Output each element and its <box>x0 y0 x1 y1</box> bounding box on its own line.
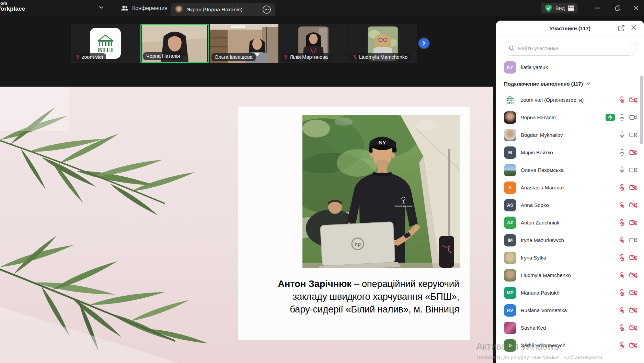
mic-on-icon <box>619 166 625 174</box>
tile-name-label: zoom vtei <box>73 53 106 61</box>
tab-conference-label: Конференция <box>132 5 168 11</box>
participant-row[interactable]: S Serhii Borbunevych <box>496 337 644 354</box>
participant-status-icons <box>606 114 644 121</box>
participant-row[interactable]: Liudmyla Mamchenko <box>496 266 644 284</box>
mic-off-icon <box>619 307 625 314</box>
avatar-photo <box>504 129 516 141</box>
search-box <box>504 41 636 56</box>
laptop-logo: hp <box>354 241 361 247</box>
cap-logo: NY <box>379 140 386 145</box>
mic-off-icon <box>619 184 625 191</box>
participant-row[interactable]: Iryna Sylka <box>496 249 644 266</box>
zoom-app-window: zoom Workplace Конференция Экран (Чорна … <box>0 0 644 363</box>
video-tile[interactable]: Liudmyla Mamchenko <box>348 24 417 63</box>
video-tile[interactable]: ВТЕІ zoom vtei <box>71 24 140 63</box>
participant-name: Anna Sobko <box>521 202 549 208</box>
logo-text-workplace: Workplace <box>0 6 25 12</box>
participant-row[interactable]: AZ Anton Zarichniuk <box>496 214 644 231</box>
camera-off-icon <box>629 307 637 314</box>
camera-off-icon <box>629 149 637 156</box>
joined-section-header[interactable]: Подключение выполнено (117) <box>496 76 644 91</box>
joined-section-label: Подключение выполнено (117) <box>504 81 583 87</box>
close-panel-icon[interactable] <box>631 25 636 30</box>
tile-name-label: Liudmyla Mamchenko <box>350 53 411 61</box>
participant-row[interactable]: A Anastasia Marunak <box>496 179 644 196</box>
participant-status-icons <box>619 289 644 296</box>
zoom-workplace-logo: zoom Workplace <box>0 1 25 12</box>
mic-on-icon <box>619 149 625 156</box>
participant-row[interactable]: RV Ruslana Voronetska <box>496 301 644 319</box>
mic-off-icon <box>619 201 625 209</box>
avatar-initials: AZ <box>504 217 516 229</box>
meeting-stage: ВТЕІ zoom vtei Чорна Наталія Ольга Івані… <box>0 16 496 363</box>
participant-name: Iryna Mazurkevych <box>521 237 564 243</box>
panel-scrollbar[interactable] <box>640 76 643 144</box>
participant-status-icons <box>619 149 644 156</box>
video-tile[interactable]: Лілія Мартинова <box>279 24 348 63</box>
slide-caption: Антон Зарічнюк – операційний керуючий за… <box>242 277 459 316</box>
next-participants-button[interactable] <box>419 38 429 48</box>
caption-line-2: закладу швидкого харчування «БПШ», <box>242 290 459 303</box>
participant-name: Anton Zarichniuk <box>521 220 560 226</box>
video-tile[interactable]: Чорна Наталія <box>140 24 209 63</box>
participant-name: Sasha Ked <box>521 325 546 331</box>
avatar-initials: MP <box>504 287 516 299</box>
participant-status-icons <box>619 201 644 209</box>
svg-text:ВТЕІ: ВТЕІ <box>506 101 514 105</box>
participant-row[interactable]: KY katia yatsuk <box>496 58 644 76</box>
chevron-down-icon[interactable] <box>99 6 104 9</box>
avatar <box>175 6 183 14</box>
avatar-initials: RV <box>504 304 516 317</box>
participants-panel: Участники (117) KY katia yatsuk Подключе… <box>496 21 644 363</box>
participant-name: Mariana Pastukh <box>521 290 560 296</box>
avatar-initials: AS <box>504 199 516 211</box>
tab-options-icon[interactable] <box>262 5 271 14</box>
participant-row[interactable]: IM Iryna Mazurkevych <box>496 231 644 249</box>
participant-name: Чорна Наталія <box>521 114 556 120</box>
chevron-right-icon <box>422 41 426 46</box>
avatar-vtei-logo: ВТЕІ <box>504 94 516 106</box>
avatar-initials: A <box>504 182 516 194</box>
avatar-initials: M <box>504 146 516 159</box>
participant-row[interactable]: M Марія Войтко <box>496 144 644 161</box>
mic-off-icon <box>619 272 625 279</box>
participant-name: Олена Пахомська <box>521 167 564 173</box>
participant-row[interactable]: Чорна Наталія <box>496 109 644 126</box>
mic-off-icon <box>284 55 288 59</box>
tab-screen-share[interactable]: Экран (Чорна Наталія) <box>171 3 275 16</box>
participant-status-icons <box>619 219 644 226</box>
participant-row[interactable]: MP Mariana Pastukh <box>496 284 644 301</box>
tile-name-label: Ольга Іваніщева <box>211 53 256 61</box>
mic-off-icon <box>619 289 625 296</box>
restore-window-button[interactable] <box>609 0 626 16</box>
search-icon <box>509 45 515 51</box>
participant-name: Liudmyla Mamchenko <box>521 272 571 278</box>
close-window-button[interactable] <box>628 0 644 16</box>
camera-off-icon <box>629 219 637 226</box>
camera-on-icon <box>629 132 637 138</box>
participant-row[interactable]: AS Anna Sobko <box>496 196 644 214</box>
participant-row[interactable]: Олена Пахомська <box>496 161 644 179</box>
participant-status-icons <box>619 184 644 191</box>
participant-status-icons <box>619 307 644 314</box>
participant-name: Serhii Borbunevych <box>521 342 565 348</box>
avatar-photo <box>504 111 516 124</box>
logo-text-zoom: zoom <box>0 1 25 6</box>
avatar-photo <box>504 269 516 282</box>
participants-list: KY katia yatsuk Подключение выполнено (1… <box>496 58 644 354</box>
view-button[interactable]: Вид <box>541 3 578 13</box>
minimize-button[interactable] <box>589 0 606 16</box>
participant-status-icons <box>619 166 644 174</box>
tab-conference[interactable]: Конференция <box>121 0 168 16</box>
mic-off-icon <box>619 219 625 226</box>
participant-row[interactable]: Sasha Ked <box>496 319 644 337</box>
participant-row[interactable]: ВТЕІ zoom vtei (Организатор, я) <box>496 91 644 109</box>
camera-on-icon <box>629 237 637 243</box>
participant-name: Iryna Sylka <box>521 255 546 261</box>
participant-name: Anastasia Marunak <box>521 185 565 190</box>
video-tile[interactable]: Ольга Іваніщева <box>210 24 278 63</box>
popout-icon[interactable] <box>618 25 625 32</box>
participant-row[interactable]: Bogdan Mykhailov <box>496 126 644 144</box>
tile-name-label: Лілія Мартинова <box>281 53 331 61</box>
search-input[interactable] <box>517 45 631 52</box>
